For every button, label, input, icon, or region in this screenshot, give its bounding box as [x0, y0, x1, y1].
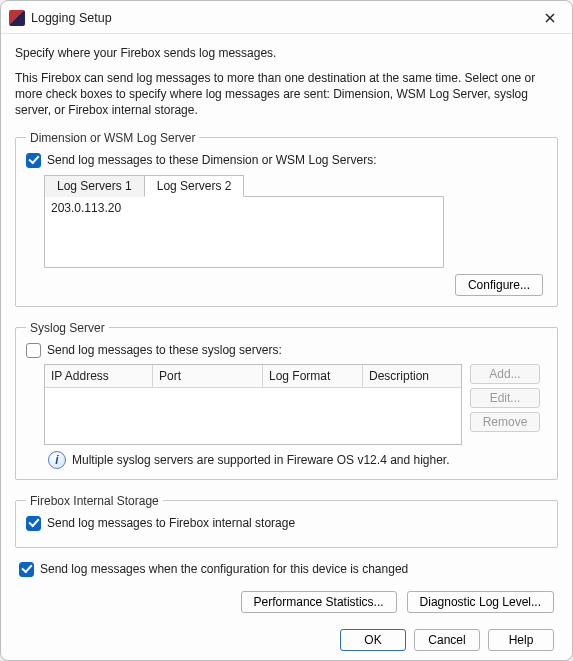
checkbox-internal-label: Send log messages to Firebox internal st… — [47, 516, 295, 530]
remove-button[interactable]: Remove — [470, 412, 540, 432]
info-icon: i — [48, 451, 66, 469]
syslog-side-buttons: Add... Edit... Remove — [470, 364, 540, 445]
cancel-button[interactable]: Cancel — [414, 629, 480, 651]
syslog-info-text: Multiple syslog servers are supported in… — [72, 453, 450, 467]
col-ip[interactable]: IP Address — [45, 365, 153, 388]
app-icon — [9, 10, 25, 26]
checkbox-internal[interactable] — [26, 516, 41, 531]
close-icon — [545, 13, 555, 23]
tab-log-servers-1[interactable]: Log Servers 1 — [44, 175, 145, 197]
group-wsm-legend: Dimension or WSM Log Server — [26, 131, 199, 145]
checkbox-syslog[interactable] — [26, 343, 41, 358]
checkbox-config-change[interactable] — [19, 562, 34, 577]
col-description[interactable]: Description — [363, 365, 461, 388]
group-syslog: Syslog Server Send log messages to these… — [15, 321, 558, 480]
wsm-server-entry: 203.0.113.20 — [51, 201, 121, 215]
syslog-table-body — [45, 388, 461, 444]
ok-button[interactable]: OK — [340, 629, 406, 651]
group-internal: Firebox Internal Storage Send log messag… — [15, 494, 558, 548]
checkbox-syslog-label: Send log messages to these syslog server… — [47, 343, 282, 357]
performance-statistics-button[interactable]: Performance Statistics... — [241, 591, 397, 613]
window-title: Logging Setup — [31, 11, 112, 25]
diagnostic-log-level-button[interactable]: Diagnostic Log Level... — [407, 591, 554, 613]
tab-log-servers-2[interactable]: Log Servers 2 — [144, 175, 245, 197]
configure-button[interactable]: Configure... — [455, 274, 543, 296]
titlebar: Logging Setup — [1, 1, 572, 34]
col-port[interactable]: Port — [153, 365, 263, 388]
help-button[interactable]: Help — [488, 629, 554, 651]
wsm-tabbar: Log Servers 1 Log Servers 2 — [44, 174, 547, 196]
syslog-info-row: i Multiple syslog servers are supported … — [48, 451, 547, 469]
intro-line-2: This Firebox can send log messages to mo… — [15, 70, 558, 119]
checkbox-wsm-label: Send log messages to these Dimension or … — [47, 153, 376, 167]
close-button[interactable] — [536, 7, 564, 29]
syslog-table-header: IP Address Port Log Format Description — [45, 365, 461, 388]
add-button[interactable]: Add... — [470, 364, 540, 384]
intro-line-1: Specify where your Firebox sends log mes… — [15, 46, 558, 60]
group-wsm: Dimension or WSM Log Server Send log mes… — [15, 131, 558, 307]
edit-button[interactable]: Edit... — [470, 388, 540, 408]
wsm-tab-panel[interactable]: 203.0.113.20 — [44, 196, 444, 268]
group-internal-legend: Firebox Internal Storage — [26, 494, 163, 508]
col-log-format[interactable]: Log Format — [263, 365, 363, 388]
checkbox-wsm[interactable] — [26, 153, 41, 168]
dialog-content: Specify where your Firebox sends log mes… — [1, 34, 572, 660]
syslog-table[interactable]: IP Address Port Log Format Description — [44, 364, 462, 445]
checkbox-config-change-label: Send log messages when the configuration… — [40, 562, 408, 576]
group-syslog-legend: Syslog Server — [26, 321, 109, 335]
dialog-window: Logging Setup Specify where your Firebox… — [0, 0, 573, 661]
